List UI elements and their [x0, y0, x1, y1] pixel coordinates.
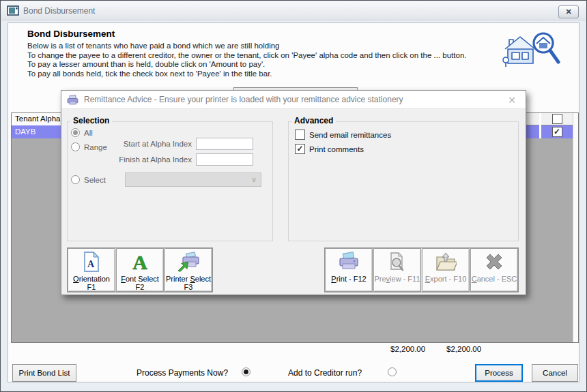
- print-bond-list-button[interactable]: Print Bond List: [12, 364, 76, 382]
- selection-group: Selection All Range Start at Alpha Index…: [67, 121, 273, 241]
- row-checkbox[interactable]: [552, 127, 562, 137]
- font-letter-icon: A: [130, 252, 150, 272]
- instruction-line: To pay all bonds held, tick the check bo…: [27, 70, 467, 79]
- export-icon: [435, 252, 457, 272]
- table-scrollbar[interactable]: [573, 113, 578, 342]
- finish-alpha-label: Finish at Alpha Index: [103, 155, 192, 164]
- instruction-line: To change the payee to a different credi…: [27, 51, 467, 61]
- printer-select-button[interactable]: Printer Select F3: [164, 248, 212, 292]
- process-button[interactable]: Process: [475, 364, 523, 382]
- cancel-x-icon: [484, 252, 504, 272]
- start-alpha-input[interactable]: [196, 138, 253, 150]
- house-magnifier-logo: [501, 31, 564, 71]
- svg-text:A: A: [87, 259, 95, 269]
- all-radio[interactable]: [71, 128, 80, 137]
- cancel-button[interactable]: Cancel: [532, 364, 578, 382]
- select-dropdown[interactable]: ∨: [125, 172, 261, 187]
- orientation-button[interactable]: A Orientation F1: [68, 248, 115, 292]
- instruction-line: To pay a lesser amount than is held, dou…: [27, 60, 467, 70]
- bond-disbursement-window: Bond Disbursement ✕ Bond Disbursement Be…: [0, 0, 587, 392]
- chevron-down-icon: ∨: [251, 175, 257, 184]
- select-radio-label: Select: [84, 176, 106, 184]
- instructions-text: Below is a list of tenants who have paid…: [27, 42, 467, 78]
- add-creditor-radio[interactable]: [388, 367, 397, 376]
- font-select-button[interactable]: A Font Select F2: [116, 248, 164, 292]
- action-button-group: Print - F12 Preview - F11: [324, 247, 519, 292]
- select-radio[interactable]: [71, 175, 80, 184]
- cell-tenant-alpha[interactable]: DAYB: [12, 125, 63, 138]
- all-radio-label: All: [84, 129, 93, 137]
- close-icon: ✕: [565, 7, 571, 16]
- format-button-group: A Orientation F1 A Font Select F2: [67, 247, 213, 292]
- process-payments-radio[interactable]: [242, 367, 250, 376]
- process-payments-label: Process Payments Now?: [137, 368, 228, 378]
- selection-legend: Selection: [70, 116, 112, 125]
- export-button[interactable]: Export - F10: [422, 248, 470, 292]
- advanced-legend: Advanced: [291, 116, 336, 125]
- window-close-button[interactable]: ✕: [558, 5, 579, 18]
- print-button[interactable]: Print - F12: [325, 248, 373, 292]
- preview-icon: [387, 252, 407, 272]
- finish-alpha-input[interactable]: [196, 153, 253, 166]
- cancel-dialog-button[interactable]: Cancel - ESC: [470, 248, 518, 292]
- page-title: Bond Disbursement: [27, 29, 115, 39]
- dialog-close-button[interactable]: ✕: [505, 93, 519, 107]
- printer-icon: [67, 95, 78, 105]
- printer-select-icon: [177, 252, 200, 272]
- close-icon: ✕: [508, 95, 516, 106]
- window-title: Bond Disbursement: [23, 6, 95, 16]
- print-comments-checkbox[interactable]: [295, 144, 305, 154]
- print-comments-label: Print comments: [309, 145, 364, 153]
- orientation-page-icon: A: [83, 252, 100, 272]
- start-alpha-label: Start at Alpha Index: [103, 140, 192, 148]
- svg-text:A: A: [132, 252, 147, 272]
- dialog-titlebar[interactable]: Remittance Advice - Ensure your printer …: [61, 91, 526, 109]
- add-creditor-label: Add to Creditor run?: [288, 368, 362, 378]
- check-all-checkbox[interactable]: [552, 114, 562, 124]
- window-icon: [7, 5, 19, 16]
- preview-button[interactable]: Preview - F11: [373, 248, 421, 292]
- range-radio[interactable]: [71, 142, 80, 151]
- window-titlebar[interactable]: Bond Disbursement ✕: [1, 1, 586, 20]
- instruction-line: Below is a list of tenants who have paid…: [27, 42, 467, 51]
- total-amount-to-pay: $2,200.00: [446, 345, 481, 353]
- remittance-advice-dialog: Remittance Advice - Ensure your printer …: [61, 90, 526, 295]
- send-email-checkbox[interactable]: [295, 130, 305, 140]
- column-header-tenant-alpha: Tenant Alpha: [12, 113, 63, 125]
- send-email-label: Send email remittances: [309, 131, 391, 139]
- row-check-cell: [541, 125, 573, 138]
- dialog-title: Remittance Advice - Ensure your printer …: [84, 95, 403, 104]
- total-amount-held: $2,200.00: [390, 345, 425, 353]
- print-icon: [337, 252, 360, 272]
- advanced-group: Advanced Send email remittances Print co…: [288, 121, 519, 241]
- check-all-header-cell: [541, 113, 573, 125]
